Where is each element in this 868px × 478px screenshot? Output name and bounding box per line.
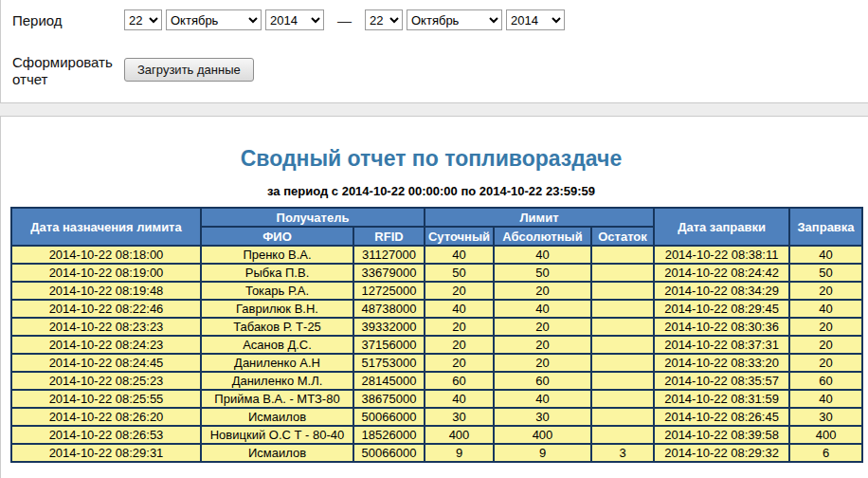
table-cell: Гаврилюк В.Н. [201,300,353,318]
table-cell: 40 [789,390,862,408]
table-cell: 2014-10-22 08:33:20 [654,354,789,372]
table-cell: 2014-10-22 08:29:31 [11,444,201,462]
table-cell: 20 [789,336,862,354]
table-cell [591,300,654,318]
col-header-refuel-date: Дата заправки [654,208,789,246]
from-year-select[interactable]: 2014 [265,9,324,30]
report-subtitle: за период с 2014-10-22 00:00:00 по 2014-… [1,184,861,198]
table-cell: 2014-10-22 08:24:42 [654,264,789,282]
col-header-remainder: Остаток [591,227,654,246]
table-cell [591,246,654,264]
table-row: 2014-10-22 08:19:48Токарь Р.А.1272500020… [11,282,862,300]
from-day-select[interactable]: 22 [124,9,162,30]
table-cell: 51753000 [353,354,425,372]
table-cell: 9 [425,444,494,462]
table-cell [591,426,654,444]
table-cell: 2014-10-22 08:19:48 [11,282,201,300]
table-cell: 33679000 [353,264,425,282]
table-cell: 2014-10-22 08:24:23 [11,336,201,354]
table-cell: 40 [425,246,494,264]
table-cell: Асанов Д.С. [201,336,353,354]
col-group-recipient: Получатель [201,208,425,227]
col-group-limit: Лимит [425,208,654,227]
table-cell: 2014-10-22 08:22:46 [11,300,201,318]
table-cell: 40 [494,390,591,408]
load-data-button[interactable]: Загрузить данные [124,58,254,82]
table-row: 2014-10-22 08:25:55Прийма В.А. - МТЗ-803… [11,390,862,408]
table-cell: 60 [425,372,494,390]
table-cell: Новицкий О.С Т - 80-40 [201,426,353,444]
period-row: Период 22 Октябрь 2014 — 22 Октябрь 2014 [12,9,868,30]
table-cell: 2014-10-22 08:25:55 [11,390,201,408]
period-range-separator: — [337,12,352,28]
table-cell: 2014-10-22 08:26:53 [11,426,201,444]
table-cell: Даниленко М.Л. [201,372,353,390]
table-cell: Рыбка П.В. [201,264,353,282]
table-cell: 2014-10-22 08:19:00 [11,264,201,282]
table-cell: 2014-10-22 08:24:45 [11,354,201,372]
table-cell: 2014-10-22 08:25:23 [11,372,201,390]
generate-row: Сформировать отчет Загрузить данные [12,51,868,88]
filter-panel: Период 22 Октябрь 2014 — 22 Октябрь 2014 [0,0,868,102]
table-row: 2014-10-22 08:29:31Исмаилов5006600099320… [11,444,862,462]
table-cell: 50066000 [353,444,425,462]
table-cell: 3 [591,444,654,462]
report-header: Сводный отчет по топливораздаче за перио… [1,117,861,198]
table-cell: 38675000 [353,390,425,408]
table-cell: 9 [494,444,591,462]
page-title: Сводный отчет по топливораздаче [1,117,861,172]
divider-band [0,102,868,117]
table-row: 2014-10-22 08:23:23Табаков Р. Т-25393320… [11,318,862,336]
table-row: 2014-10-22 08:22:46Гаврилюк В.Н.48738000… [11,300,862,318]
table-cell: 60 [494,372,591,390]
table-cell [591,336,654,354]
table-cell [591,318,654,336]
period-label: Период [12,9,124,29]
table-cell: 20 [425,318,494,336]
to-month-select[interactable]: Октябрь [407,9,502,30]
header-row-groups: Дата назначения лимита Получатель Лимит … [11,208,862,227]
table-cell: 2014-10-22 08:34:29 [654,282,789,300]
table-cell: 50 [425,264,494,282]
table-cell: 37156000 [353,336,425,354]
to-year-select[interactable]: 2014 [506,9,565,30]
table-row: 2014-10-22 08:25:23Даниленко М.Л.2814500… [11,372,862,390]
table-cell: Пренко В.А. [201,246,353,264]
table-cell: 2014-10-22 08:23:23 [11,318,201,336]
table-cell: 20 [789,354,862,372]
table-cell: 12725000 [353,282,425,300]
table-cell: 28145000 [353,372,425,390]
table-cell: 20 [494,282,591,300]
table-cell: Исмаилов [201,408,353,426]
table-cell: 50 [494,264,591,282]
table-cell: 39332000 [353,318,425,336]
col-header-limit-date: Дата назначения лимита [11,208,201,246]
to-day-select[interactable]: 22 [365,9,403,30]
table-cell: 400 [494,426,591,444]
from-month-select[interactable]: Октябрь [166,9,262,30]
table-cell: 40 [425,390,494,408]
col-header-absolute: Абсолютный [494,227,591,246]
table-row: 2014-10-22 08:26:53Новицкий О.С Т - 80-4… [11,426,862,444]
table-cell [591,354,654,372]
col-header-fio: ФИО [201,227,353,246]
col-header-daily: Суточный [425,227,494,246]
report-panel: Сводный отчет по топливораздаче за перио… [0,117,868,478]
table-cell: 30 [494,408,591,426]
table-cell: 40 [789,300,862,318]
table-cell [591,372,654,390]
col-header-refuel: Заправка [789,208,862,246]
table-cell [591,390,654,408]
table-cell: 2014-10-22 08:29:45 [654,300,789,318]
table-cell: 30 [789,408,862,426]
report-table: Дата назначения лимита Получатель Лимит … [10,207,863,463]
table-cell: 50066000 [353,408,425,426]
table-cell: 40 [494,300,591,318]
table-cell: 20 [789,318,862,336]
table-cell: 20 [425,282,494,300]
table-cell: 20 [425,336,494,354]
table-cell: Исмаилов [201,444,353,462]
table-cell: 60 [789,372,862,390]
table-cell: 31127000 [353,246,425,264]
table-cell: 20 [494,318,591,336]
